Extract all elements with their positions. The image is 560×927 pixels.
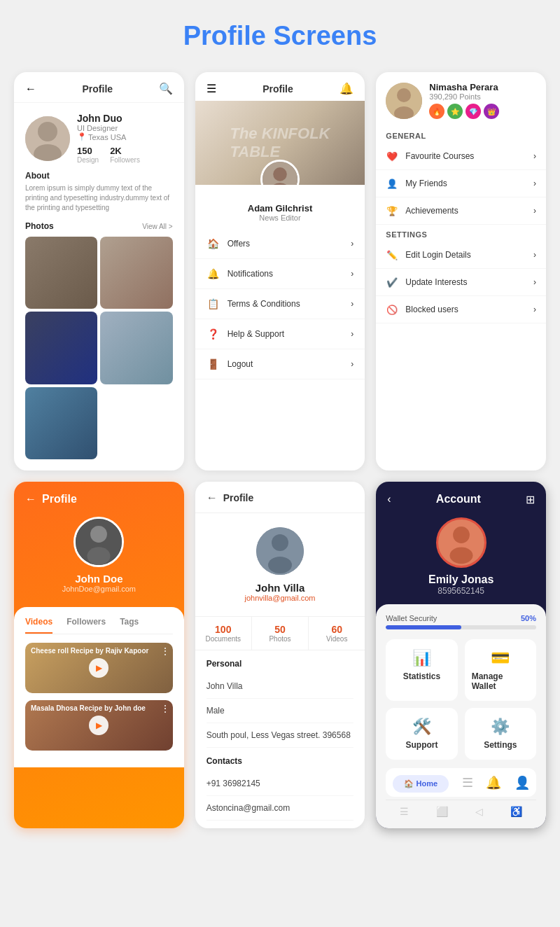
chevron-icon: › xyxy=(351,329,354,339)
s2-header: ☰ Profile 🔔 xyxy=(195,72,365,101)
grid-support[interactable]: 🛠️ Support xyxy=(386,708,457,760)
nav-profile-icon[interactable]: 👤 xyxy=(514,775,530,793)
play-button-2[interactable]: ▶ xyxy=(89,716,108,735)
svg-point-1 xyxy=(38,122,57,141)
s5-profile-name: John Villa xyxy=(255,582,305,594)
play-button-1[interactable]: ▶ xyxy=(89,658,108,678)
progress-label: Wallet Security xyxy=(386,614,437,622)
s1-header: ← Profile 🔍 xyxy=(14,72,184,103)
menu-update-interests[interactable]: ✔️Update Interests › xyxy=(376,269,546,296)
block-icon: 🚫 xyxy=(386,303,398,316)
s1-stats: 150 Design 2K Followers xyxy=(77,146,140,164)
s3-settings-title: SETTINGS xyxy=(376,225,546,242)
menu-notifications[interactable]: 🔔Notifications › xyxy=(195,259,365,289)
s2-profile-role: News Editor xyxy=(195,214,365,222)
more-icon-2[interactable]: ⋮ xyxy=(160,703,170,714)
home-nav-icon: 🏠 xyxy=(404,779,414,788)
tab-videos[interactable]: Videos xyxy=(25,617,52,634)
sub-nav-back-icon[interactable]: ◁ xyxy=(475,806,483,817)
logout-icon: 🚪 xyxy=(206,357,220,371)
photo-3[interactable] xyxy=(25,312,97,384)
s2-title: Profile xyxy=(262,83,293,95)
menu-favourite-courses[interactable]: ❤️Favourite Courses › xyxy=(376,143,546,170)
search-icon[interactable]: 🔍 xyxy=(159,82,173,95)
grid-settings[interactable]: ⚙️ Settings xyxy=(465,708,536,760)
s6-profile-center: Emily Jonas 8595652145 xyxy=(376,506,546,604)
menu-blocked-users[interactable]: 🚫Blocked users › xyxy=(376,296,546,323)
sub-nav-square-icon[interactable]: ⬜ xyxy=(436,806,448,817)
s4-profile-area: John Doe JohnDoe@gmail.com xyxy=(14,506,184,607)
person-icon: 👤 xyxy=(386,177,398,190)
s1-photos-header: Photos View All > xyxy=(14,218,184,237)
menu-offers[interactable]: 🏠Offers › xyxy=(195,229,365,259)
bell-icon[interactable]: 🔔 xyxy=(340,82,354,95)
photo-2[interactable] xyxy=(100,237,172,309)
menu-edit-login[interactable]: ✏️Edit Login Details › xyxy=(376,242,546,269)
nav-list-icon[interactable]: ☰ xyxy=(462,775,473,793)
more-icon[interactable]: ⋮ xyxy=(160,646,170,657)
screen-john-villa: ← Profile John Villa johnvilla@gmail.com… xyxy=(195,482,365,828)
photo-5[interactable] xyxy=(25,387,97,459)
back-white-icon[interactable]: ← xyxy=(25,493,36,506)
menu-icon[interactable]: ☰ xyxy=(206,82,216,95)
grid-statistics[interactable]: 📊 Statistics xyxy=(386,639,457,701)
back-icon-s5[interactable]: ← xyxy=(206,492,218,504)
screen-john-doe-orange: ← Profile John Doe JohnDoe@gmail.com Vid… xyxy=(14,482,184,828)
svg-point-7 xyxy=(397,88,411,102)
menu-my-friends[interactable]: 👤My Friends › xyxy=(376,170,546,197)
s1-title: Profile xyxy=(83,83,113,95)
menu-achievements[interactable]: 🏆Achievements › xyxy=(376,197,546,225)
s4-name: John Doe xyxy=(75,573,122,585)
s3-header: Nimasha Perara 390,290 Points 🔥 ⭐ 💎 👑 xyxy=(376,72,546,126)
field-name: John Villa xyxy=(206,674,354,699)
tab-tags[interactable]: Tags xyxy=(120,617,139,634)
photo-1[interactable] xyxy=(25,237,97,309)
grid-manage-wallet[interactable]: 💳 Manage Wallet xyxy=(465,639,536,701)
s2-cover: The KINFOLKTABLE xyxy=(195,101,365,185)
s4-header: ← Profile xyxy=(14,482,184,506)
chevron-right-icon: › xyxy=(533,151,536,161)
s5-stats: 100 Documents 50 Photos 60 Videos xyxy=(195,616,365,650)
sub-nav-accessibility-icon[interactable]: ♿ xyxy=(510,806,522,817)
nav-home[interactable]: 🏠 Home xyxy=(393,775,449,793)
video-card-1[interactable]: Cheese roll Recipe by Rajiv Kapoor ⋮ ▶ xyxy=(25,643,173,693)
field-email-contact: Astoncina@gmail.com xyxy=(206,796,354,821)
s6-options-grid: 📊 Statistics 💳 Manage Wallet 🛠️ Support … xyxy=(386,639,536,760)
s3-badges: 🔥 ⭐ 💎 👑 xyxy=(429,104,499,119)
s4-body: Videos Followers Tags Cheese roll Recipe… xyxy=(14,607,184,767)
statistics-icon: 📊 xyxy=(412,649,431,667)
s5-profile-center: John Villa johnvilla@gmail.com xyxy=(195,513,365,616)
home-icon: 🏠 xyxy=(206,237,220,251)
s2-profile-name: Adam Gilchrist xyxy=(195,203,365,214)
s3-general-title: GENERAL xyxy=(376,126,546,143)
back-icon[interactable]: ← xyxy=(25,83,36,95)
s1-photo-grid xyxy=(14,237,184,471)
s1-about: About Lorem ipsum is simply dummy text o… xyxy=(14,171,184,218)
screen-john-duo: ← Profile 🔍 John Duo UI Designer 📍 Texas… xyxy=(14,72,184,471)
menu-terms[interactable]: 📋Terms & Conditions › xyxy=(195,289,365,319)
bell-menu-icon: 🔔 xyxy=(206,267,220,281)
trophy-icon: 🏆 xyxy=(386,204,398,217)
s6-body: Wallet Security 50% 📊 Statistics 💳 Manag… xyxy=(376,604,546,828)
chevron-right-icon: › xyxy=(533,277,536,287)
tab-followers[interactable]: Followers xyxy=(66,617,106,634)
s4-avatar xyxy=(74,517,124,567)
menu-help[interactable]: ❓Help & Support › xyxy=(195,319,365,349)
svg-point-16 xyxy=(453,527,470,543)
menu-logout[interactable]: 🚪Logout › xyxy=(195,349,365,379)
s5-header: ← Profile xyxy=(195,482,365,513)
s6-header: ‹ Account ⊞ xyxy=(376,482,546,506)
grid-icon[interactable]: ⊞ xyxy=(526,493,535,506)
sub-nav-menu-icon[interactable]: ☰ xyxy=(400,806,409,817)
nav-bell-icon[interactable]: 🔔 xyxy=(486,775,501,793)
screen-adam-gilchrist: ☰ Profile 🔔 The KINFOLKTABLE Adam Gilchr… xyxy=(195,72,365,471)
s3-name: Nimasha Perara xyxy=(429,82,499,92)
support-icon: 🛠️ xyxy=(412,718,431,736)
screen-emily-jonas: ‹ Account ⊞ Emily Jonas 8595652145 Walle… xyxy=(376,482,546,828)
video-card-2[interactable]: Masala Dhosa Recipe by John doe ⋮ ▶ xyxy=(25,700,173,751)
cover-text: The KINFOLKTABLE xyxy=(230,125,330,161)
photo-4[interactable] xyxy=(100,312,172,384)
s5-avatar xyxy=(256,527,304,575)
s3-general-menu: ❤️Favourite Courses › 👤My Friends › 🏆Ach… xyxy=(376,143,546,225)
badge-1: 🔥 xyxy=(429,104,444,119)
